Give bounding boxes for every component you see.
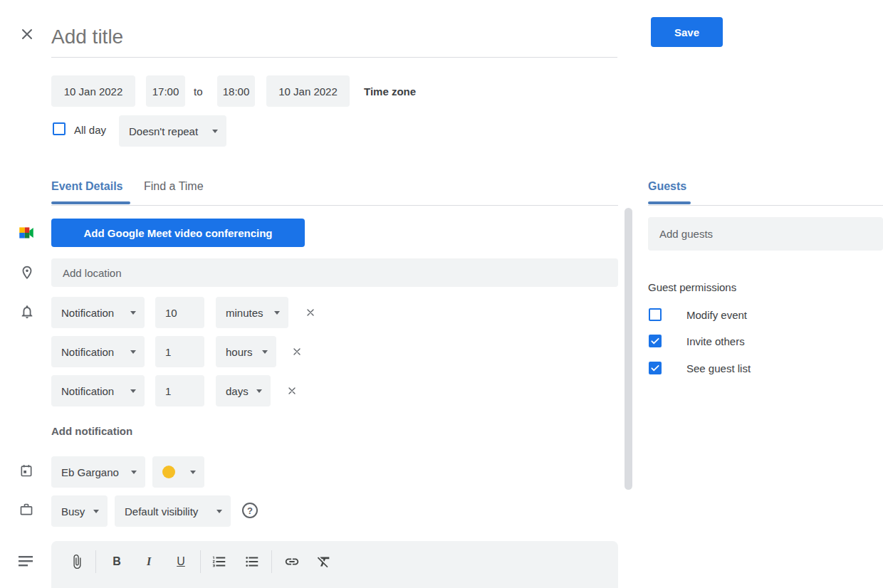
toolbar-divider [271,550,272,573]
busy-status-dropdown[interactable]: Busy [51,495,108,527]
clear-formatting-icon[interactable] [314,552,334,572]
notification-unit-dropdown[interactable]: minutes [216,297,288,328]
end-time-chip[interactable]: 18:00 [217,75,255,107]
all-day-label: All day [74,114,106,145]
calendar-icon [19,463,33,481]
to-label: to [194,75,203,107]
see-guest-list-checkbox[interactable] [649,362,662,374]
active-tab-indicator [51,201,130,204]
toolbar-divider [200,550,201,573]
remove-notification-icon[interactable] [288,343,305,360]
event-color-swatch [162,466,175,478]
event-editor: Add title Save 10 Jan 2022 17:00 to 18:0… [0,0,883,588]
remove-notification-icon[interactable] [302,304,319,321]
location-pin-icon [19,264,35,284]
help-icon[interactable]: ? [242,503,258,518]
add-notification-button[interactable]: Add notification [51,425,132,437]
underline-icon[interactable]: U [171,552,191,572]
notification-value-input[interactable]: 1 [155,375,204,406]
tab-find-a-time[interactable]: Find a Time [144,180,204,193]
description-toolbar [51,541,618,588]
title-input[interactable]: Add title [51,17,617,58]
location-input[interactable]: Add location [51,258,618,287]
recurrence-dropdown[interactable]: Doesn't repeat [119,115,226,147]
calendar-owner-dropdown[interactable]: Eb Gargano [51,456,145,488]
visibility-dropdown[interactable]: Default visibility [115,495,231,527]
link-icon[interactable] [282,552,302,572]
notification-value-input[interactable]: 10 [155,297,204,328]
title-placeholder: Add title [51,26,123,48]
end-date-chip[interactable]: 10 Jan 2022 [266,75,350,107]
tab-guests[interactable]: Guests [648,180,686,193]
chevron-down-icon [190,471,196,474]
chevron-down-icon [131,471,137,474]
guest-permissions-title: Guest permissions [648,281,736,293]
start-time-chip[interactable]: 17:00 [146,75,185,107]
bold-icon[interactable]: B [107,552,127,572]
remove-notification-icon[interactable] [283,382,301,399]
italic-icon[interactable]: I [139,552,159,572]
chevron-down-icon [93,510,99,513]
notification-value-input[interactable]: 1 [155,336,204,367]
bell-icon [19,303,35,323]
chevron-down-icon [216,510,222,513]
see-guest-list-label: See guest list [686,362,751,374]
google-meet-icon [17,224,36,242]
chevron-down-icon [262,350,268,354]
tab-event-details[interactable]: Event Details [51,180,122,193]
modify-event-checkbox[interactable] [649,308,662,321]
save-button[interactable]: Save [651,17,723,47]
notification-unit-dropdown[interactable]: hours [216,336,276,367]
chevron-down-icon [274,311,280,315]
chevron-down-icon [130,389,136,393]
toolbar-divider [95,550,96,573]
invite-others-checkbox[interactable] [649,335,662,347]
description-icon [17,553,34,573]
bulleted-list-icon[interactable] [242,552,262,572]
chevron-down-icon [212,130,218,133]
chevron-down-icon [256,389,262,393]
timezone-button[interactable]: Time zone [364,75,416,107]
numbered-list-icon[interactable] [209,552,229,572]
vertical-scrollbar-thumb[interactable] [625,208,632,490]
briefcase-icon [19,502,33,520]
attachment-icon[interactable] [67,552,87,572]
guests-tab-divider [648,205,883,206]
notification-type-dropdown[interactable]: Notification [51,375,145,406]
start-date-chip[interactable]: 10 Jan 2022 [51,75,135,107]
event-color-dropdown[interactable] [152,456,204,488]
notification-unit-dropdown[interactable]: days [216,375,271,406]
add-guests-input[interactable]: Add guests [648,217,883,251]
guests-tab-indicator [648,201,691,204]
notification-type-dropdown[interactable]: Notification [51,297,145,328]
chevron-down-icon [130,311,136,315]
modify-event-label: Modify event [686,309,747,321]
all-day-checkbox[interactable] [53,122,66,135]
tab-divider [51,205,618,206]
close-icon[interactable] [19,26,36,43]
invite-others-label: Invite others [686,335,745,347]
notification-type-dropdown[interactable]: Notification [51,336,145,367]
add-google-meet-button[interactable]: Add Google Meet video conferencing [51,219,305,247]
chevron-down-icon [130,350,136,354]
